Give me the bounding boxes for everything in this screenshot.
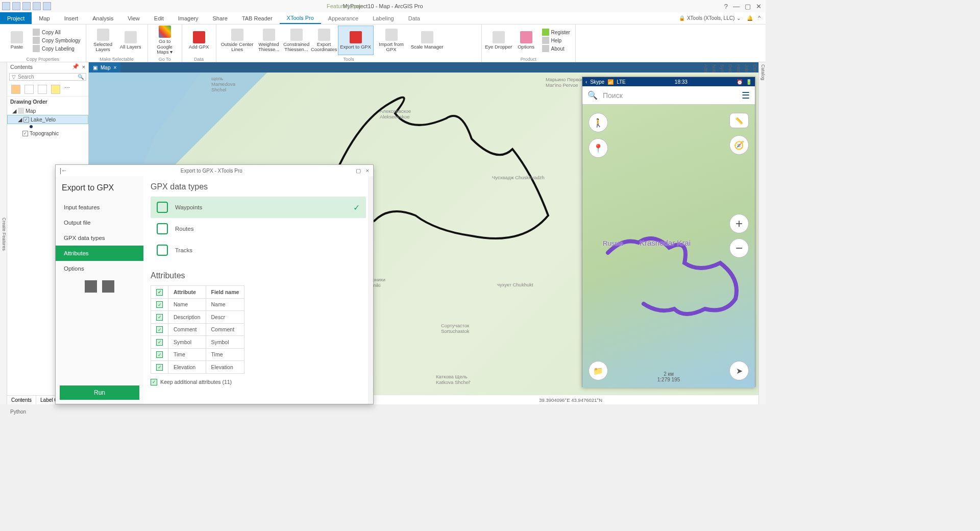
back-icon[interactable]: ‹ xyxy=(585,79,587,85)
dialog-close-icon[interactable]: × xyxy=(366,167,369,174)
field-cell[interactable]: Descr xyxy=(206,311,244,324)
dialog-maximize-icon[interactable]: ▢ xyxy=(356,167,361,174)
add-pin-button[interactable]: 📍 xyxy=(589,138,608,158)
python-indicator[interactable]: Python xyxy=(10,409,26,415)
constrained-thiessen-button[interactable]: Constrained Thiessen... xyxy=(283,26,310,55)
tab-data[interactable]: Data xyxy=(401,12,427,24)
collapse-ribbon-icon[interactable]: ^ xyxy=(758,15,761,21)
selected-layers-button[interactable]: Selected Layers xyxy=(89,26,117,55)
scale-manager-button[interactable]: Scale Manager xyxy=(409,26,445,55)
copy-labeling-button[interactable]: Copy Labeling xyxy=(31,44,83,53)
field-cell[interactable]: Name xyxy=(206,298,244,311)
map-tab[interactable]: ▣ Map × xyxy=(89,62,120,73)
row-checkbox[interactable]: ✓ xyxy=(156,301,163,308)
export-to-gpx-button[interactable]: Export to GPX xyxy=(338,26,374,55)
register-button[interactable]: Register xyxy=(540,28,572,36)
tab-xtoolspro[interactable]: XTools Pro xyxy=(280,12,321,24)
add-gpx-button[interactable]: Add GPX xyxy=(185,26,213,55)
toc-map[interactable]: ◢Map xyxy=(7,107,88,115)
field-cell[interactable]: Time xyxy=(206,348,244,361)
qat-undo-icon[interactable] xyxy=(33,2,41,10)
list-by-edit-icon[interactable] xyxy=(51,85,60,94)
row-checkbox[interactable]: ✓ xyxy=(156,351,163,358)
toc-layer-topographic[interactable]: ✓Topographic xyxy=(7,129,88,137)
qat-new-icon[interactable] xyxy=(2,2,10,10)
qat-redo-icon[interactable] xyxy=(43,2,51,10)
minimize-button[interactable]: — xyxy=(733,3,740,10)
layer-checkbox[interactable]: ✓ xyxy=(23,117,29,123)
row-checkbox[interactable]: ✓ xyxy=(156,314,163,321)
import-from-gpx-button[interactable]: Import from GPX xyxy=(374,26,409,55)
tab-edit[interactable]: Edit xyxy=(147,12,171,24)
folder-button[interactable]: 📁 xyxy=(589,361,608,380)
tab-appearance[interactable]: Appearance xyxy=(321,12,365,24)
locate-button[interactable]: ➤ xyxy=(729,361,749,380)
nav-input-features[interactable]: Input features xyxy=(56,200,143,215)
list-by-selection-icon[interactable] xyxy=(38,85,47,94)
phone-search-bar[interactable]: 🔍 Поиск ☰ xyxy=(582,86,755,105)
pin-icon[interactable]: 📌 xyxy=(72,63,79,70)
help-button[interactable]: Help xyxy=(540,36,572,44)
help-card-icon[interactable] xyxy=(102,280,114,293)
tab-imagery[interactable]: Imagery xyxy=(171,12,206,24)
about-button[interactable]: About xyxy=(540,44,572,53)
field-cell[interactable]: Symbol xyxy=(206,336,244,349)
maximize-button[interactable]: ▢ xyxy=(745,3,751,10)
help-icon[interactable]: ? xyxy=(724,3,728,10)
row-checkbox[interactable]: ✓ xyxy=(156,326,163,333)
tab-tabreader[interactable]: TAB Reader xyxy=(235,12,280,24)
hamburger-icon[interactable]: ☰ xyxy=(742,90,750,101)
pane-tab-contents[interactable]: Contents xyxy=(7,396,36,404)
phone-map-canvas[interactable]: Russia Krasnodar Krai 🚶 📍 📏 🧭 + − 📁 ➤ 2 … xyxy=(582,105,755,388)
run-button[interactable]: Run xyxy=(60,385,139,400)
zoom-in-button[interactable]: + xyxy=(729,214,749,233)
select-all-checkbox[interactable]: ✓ xyxy=(156,289,163,296)
weighted-thiessen-button[interactable]: Weighted Thiesse... xyxy=(255,26,283,55)
tab-share[interactable]: Share xyxy=(206,12,235,24)
contents-search[interactable]: ▽ Search 🔍 xyxy=(9,73,86,81)
notification-bell-icon[interactable]: 🔔 xyxy=(747,15,753,21)
tab-labeling[interactable]: Labeling xyxy=(365,12,401,24)
left-rail-create-features[interactable]: Create Features xyxy=(0,62,7,404)
zoom-out-button[interactable]: − xyxy=(729,238,749,258)
datatype-tracks[interactable]: Tracks xyxy=(151,239,366,261)
qat-open-icon[interactable] xyxy=(12,2,20,10)
tab-view[interactable]: View xyxy=(120,12,147,24)
layer-checkbox[interactable]: ✓ xyxy=(22,131,28,136)
row-checkbox[interactable]: ✓ xyxy=(156,339,163,346)
field-cell[interactable]: Elevation xyxy=(206,361,244,374)
keep-additional-row[interactable]: ✓ Keep additional attributes (11) xyxy=(151,374,366,385)
datatype-waypoints[interactable]: Waypoints ✓ xyxy=(151,197,366,218)
copy-symbology-button[interactable]: Copy Symbology xyxy=(31,36,83,44)
paste-button[interactable]: Paste xyxy=(3,26,31,55)
sign-in-status[interactable]: 🔒 XTools (XTools, LLC) ⌄ 🔔 ^ xyxy=(674,12,766,24)
google-maps-button[interactable]: Go to Google Maps ▾ xyxy=(151,26,179,55)
datatype-routes[interactable]: Routes xyxy=(151,218,366,239)
nav-attributes[interactable]: Attributes xyxy=(56,246,143,261)
scrollbar[interactable] xyxy=(368,176,373,404)
nav-output-file[interactable]: Output file xyxy=(56,215,143,230)
walking-mode-button[interactable]: 🚶 xyxy=(589,113,608,132)
outside-center-lines-button[interactable]: Outside Center Lines xyxy=(219,26,255,55)
camera-icon[interactable] xyxy=(85,280,97,293)
copy-all-button[interactable]: Copy All xyxy=(31,28,83,36)
row-checkbox[interactable]: ✓ xyxy=(156,364,163,371)
qat-save-icon[interactable] xyxy=(22,2,31,10)
keep-checkbox[interactable]: ✓ xyxy=(151,379,157,385)
close-pane-icon[interactable]: × xyxy=(82,64,85,70)
ruler-button[interactable]: 📏 xyxy=(729,113,749,128)
nav-options[interactable]: Options xyxy=(56,261,143,276)
tab-analysis[interactable]: Analysis xyxy=(85,12,120,24)
list-by-drawing-icon[interactable] xyxy=(11,85,20,94)
all-layers-button[interactable]: All Layers xyxy=(117,26,144,55)
export-coordinates-button[interactable]: Export Coordinates xyxy=(310,26,338,55)
tab-project[interactable]: Project xyxy=(0,12,32,24)
close-button[interactable]: ✕ xyxy=(756,3,762,10)
options-button[interactable]: Options xyxy=(512,26,540,55)
list-by-source-icon[interactable] xyxy=(24,85,34,94)
toc-layer-lake-velo[interactable]: ◢✓Lake_Velo xyxy=(7,115,88,124)
compass-button[interactable]: 🧭 xyxy=(729,135,749,155)
field-cell[interactable]: Comment xyxy=(206,323,244,336)
tab-map[interactable]: Map xyxy=(32,12,57,24)
rail-catalog[interactable]: Catalog xyxy=(761,64,766,404)
